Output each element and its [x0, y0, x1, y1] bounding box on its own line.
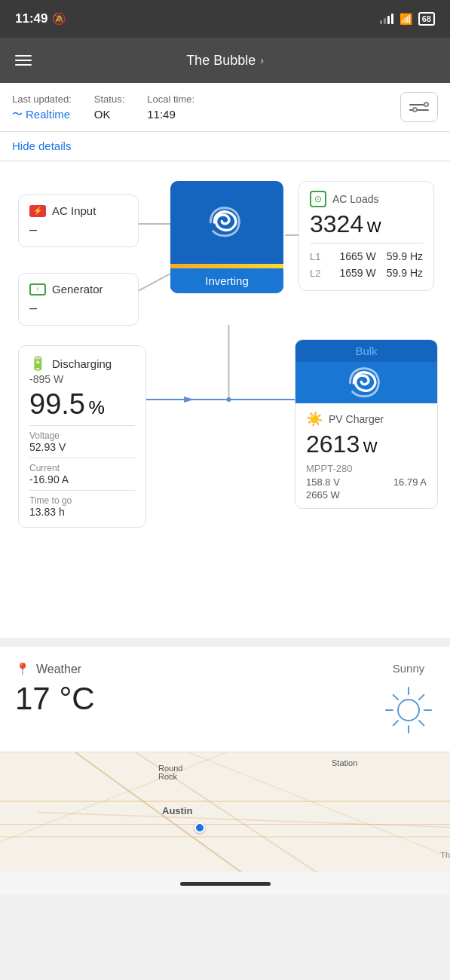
ac-input-value: – [29, 222, 127, 237]
local-time-item: Local time: 11:49 [147, 93, 194, 121]
pv-title: PV Charger [329, 413, 384, 425]
home-bar [180, 882, 271, 886]
mppt-logo-icon [340, 364, 393, 402]
time-display: 11:49 [15, 11, 47, 26]
svg-line-1 [138, 272, 173, 291]
signal-icon [380, 14, 393, 24]
l2-row: L2 1659 W 59.9 Hz [310, 265, 423, 281]
weather-label: Weather [36, 663, 81, 676]
current-value: -16.90 A [29, 473, 135, 485]
battery-title: Discharging [52, 357, 112, 370]
local-time-value: 11:49 [147, 108, 194, 121]
diagram-area: AC Input – Generator – Inverting [0, 161, 450, 638]
pv-power-display: 2613 W [306, 430, 427, 458]
battery-pct-value: 99.5 [29, 388, 85, 420]
ac-input-title: AC Input [52, 204, 96, 217]
location-pin-icon: 📍 [15, 662, 30, 676]
weather-section: 📍 Weather 17 °C Sunny [0, 647, 450, 752]
toggle-filter-button[interactable] [400, 92, 438, 122]
map-label-station: Station [332, 758, 357, 767]
mppt-current: 16.79 A [393, 476, 427, 488]
l2-label: L2 [310, 268, 320, 279]
pv-unit: W [363, 439, 378, 455]
svg-point-8 [398, 700, 419, 721]
svg-line-20 [0, 752, 226, 842]
wifi-icon: 📶 [399, 13, 412, 25]
hide-details-row: Hide details [0, 132, 450, 161]
page-title: The Bubble [186, 53, 256, 69]
generator-value: – [29, 300, 127, 316]
realtime-text: Realtime [26, 108, 70, 121]
mppt-name: MPPT-280 [306, 463, 427, 474]
status-item: Status: OK [94, 93, 124, 121]
svg-line-19 [38, 813, 450, 828]
l1-row: L1 1665 W 59.9 Hz [310, 248, 423, 265]
ac-loads-icon [310, 191, 326, 207]
voltage-item: Voltage 52.93 V [29, 430, 135, 453]
ac-loads-title: AC Loads [332, 193, 378, 205]
info-bar: Last updated: 〜 Realtime Status: OK Loca… [0, 83, 450, 132]
l1-label: L1 [310, 251, 320, 262]
current-label: Current [29, 463, 135, 473]
realtime-chart-icon: 〜 [12, 108, 23, 121]
map-section: Round Rock Austin Station Th [0, 752, 450, 872]
pv-sun-icon: ☀️ [306, 411, 323, 427]
svg-marker-7 [184, 397, 194, 403]
last-updated-item: Last updated: 〜 Realtime [12, 93, 72, 121]
svg-line-16 [393, 721, 398, 725]
generator-card[interactable]: Generator – [18, 273, 139, 326]
map-label-th: Th [440, 850, 450, 859]
status-bar: 11:49 🔕 📶 68 [0, 0, 450, 38]
ac-loads-power-display: 3324 W [310, 210, 423, 238]
map-label-round-rock2: Rock [158, 772, 177, 781]
ac-input-icon [29, 205, 46, 217]
status-label: Status: [94, 93, 124, 105]
bell-icon: 🔕 [52, 12, 66, 26]
sun-weather-icon [382, 684, 435, 737]
battery-pct-text: 68 [422, 14, 431, 23]
pv-power: 2613 [306, 430, 360, 458]
map-label-austin: Austin [162, 805, 192, 816]
time-to-go-label: Time to go [29, 495, 135, 506]
last-updated-label: Last updated: [12, 93, 72, 105]
weather-temperature: 17 °C [15, 681, 95, 717]
victron-logo-icon [201, 204, 253, 241]
time-to-go-item: Time to go 13.83 h [29, 495, 135, 518]
l2-hz: 59.9 Hz [387, 267, 423, 279]
battery-card[interactable]: 🔋 Discharging -895 W 99.5 % Voltage 52.9… [18, 345, 146, 528]
mppt-voltage: 158.8 V [306, 476, 340, 488]
time-to-go-value: 13.83 h [29, 506, 135, 518]
current-item: Current -16.90 A [29, 463, 135, 485]
pv-charger-card[interactable]: Bulk ☀️ PV Charger 2613 W MPPT-280 1 [295, 339, 438, 509]
map-location-dot [194, 822, 205, 833]
ac-loads-unit: W [367, 219, 381, 235]
voltage-value: 52.93 V [29, 441, 135, 453]
chevron-right-icon[interactable]: › [260, 54, 264, 66]
battery-watts-display: -895 W [29, 373, 135, 385]
local-time-label: Local time: [147, 93, 194, 105]
inverter-label: Inverting [170, 268, 283, 293]
svg-line-21 [188, 752, 450, 857]
status-value: OK [94, 108, 124, 121]
voltage-label: Voltage [29, 430, 135, 441]
hide-details-link[interactable]: Hide details [12, 139, 71, 152]
app-header: The Bubble › [0, 38, 450, 83]
svg-line-13 [393, 695, 398, 700]
generator-icon [29, 283, 46, 296]
inverter-box[interactable]: Inverting [170, 181, 283, 293]
home-indicator [0, 872, 450, 895]
svg-line-14 [419, 721, 424, 725]
battery-indicator: 68 [418, 12, 435, 26]
battery-pct-unit: % [88, 397, 104, 418]
mppt-watts: 2665 W [306, 489, 427, 501]
ac-input-card[interactable]: AC Input – [18, 194, 139, 247]
bulk-header: Bulk [295, 340, 437, 362]
svg-line-15 [419, 695, 424, 700]
battery-pct-display: 99.5 % [29, 388, 135, 421]
mppt-logo-area [295, 362, 437, 403]
l2-watts: 1659 W [340, 267, 376, 279]
svg-point-6 [226, 397, 231, 402]
ac-loads-card[interactable]: AC Loads 3324 W L1 1665 W 59.9 Hz L2 165… [298, 181, 434, 291]
hamburger-menu-button[interactable] [15, 55, 32, 66]
l1-hz: 59.9 Hz [387, 250, 423, 262]
